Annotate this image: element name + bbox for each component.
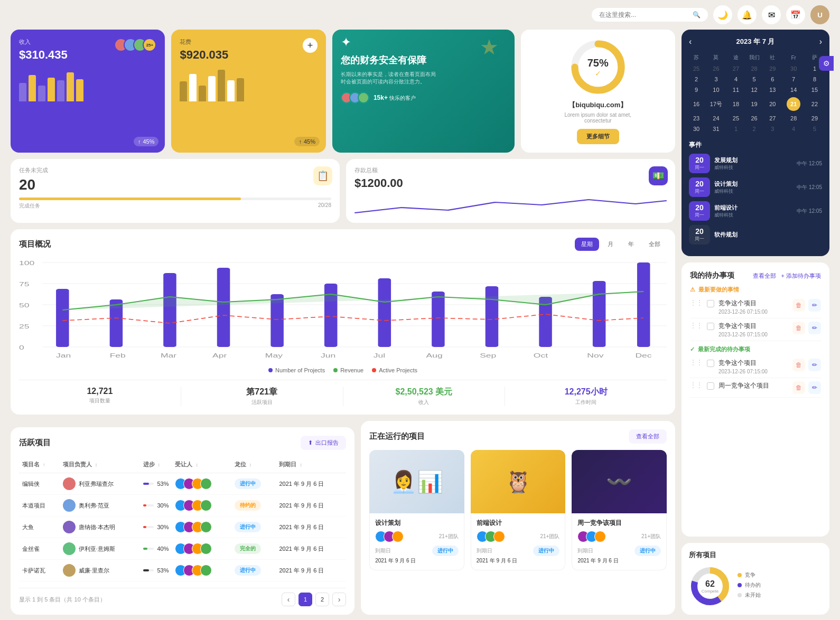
- todo-checkbox-3[interactable]: [707, 360, 714, 367]
- edit-todo-3-button[interactable]: ✏: [808, 359, 821, 371]
- calendar-day[interactable]: 1: [729, 124, 743, 134]
- view-all-running-button[interactable]: 查看全部: [629, 429, 667, 444]
- stat-active-label: 活跃项目: [181, 399, 343, 406]
- todo-checkbox-1[interactable]: [707, 300, 714, 307]
- calendar-day[interactable]: 24: [704, 113, 729, 124]
- calendar-day[interactable]: 4: [729, 74, 743, 84]
- add-expense-button[interactable]: +: [303, 38, 318, 53]
- page-1-button[interactable]: 1: [298, 593, 312, 606]
- tab-all[interactable]: 全部: [642, 238, 667, 251]
- calendar-day[interactable]: 23: [689, 113, 704, 124]
- progress-percent: 40%: [157, 546, 169, 552]
- calendar-day[interactable]: 13: [765, 84, 780, 95]
- tab-month[interactable]: 月: [601, 238, 620, 251]
- circle-percent: 75%: [587, 57, 609, 69]
- calendar-day[interactable]: 12: [743, 84, 765, 95]
- drag-handle-2[interactable]: ⋮⋮: [690, 322, 703, 329]
- delete-todo-2-button[interactable]: 🗑: [792, 322, 805, 334]
- calendar-day[interactable]: 14: [780, 84, 807, 95]
- user-avatar[interactable]: U: [810, 5, 829, 24]
- table-header: 项目名 ↑ 项目负责人 ↕ 进步 ↕ 受让人 ↕ 龙位 ↕ 到期日 ↕: [19, 456, 346, 473]
- calendar-day[interactable]: 9: [689, 84, 704, 95]
- calendar-day[interactable]: 2: [689, 74, 704, 84]
- todo-checkbox-2[interactable]: [707, 323, 714, 330]
- calendar-day[interactable]: 4: [780, 124, 807, 134]
- cal-prev-button[interactable]: ‹: [689, 37, 692, 46]
- drag-handle-4[interactable]: ⋮⋮: [690, 381, 703, 389]
- col-manager[interactable]: 项目负责人 ↕: [60, 456, 140, 473]
- calendar-day[interactable]: 29: [807, 113, 822, 124]
- calendar-day[interactable]: 3: [704, 74, 729, 84]
- view-all-todo-button[interactable]: 查看全部: [753, 272, 776, 280]
- running-card-row-1: 21+团队: [375, 531, 459, 542]
- col-name[interactable]: 项目名 ↑: [19, 456, 60, 473]
- cell-assignees: [172, 473, 231, 495]
- add-todo-button[interactable]: + 添加待办事项: [781, 272, 821, 280]
- tab-year[interactable]: 年: [622, 238, 640, 251]
- dark-mode-button[interactable]: 🌙: [713, 5, 732, 24]
- calendar-day[interactable]: 27: [765, 113, 780, 124]
- export-report-button[interactable]: ⬆ 出口报告: [301, 436, 346, 450]
- calendar-day[interactable]: 11: [729, 84, 743, 95]
- calendar-day[interactable]: 28: [780, 113, 807, 124]
- calendar-day[interactable]: 22: [807, 95, 822, 113]
- prev-page-button[interactable]: ‹: [282, 593, 295, 606]
- manager-avatar: [63, 542, 76, 555]
- calendar-day[interactable]: 2: [743, 124, 765, 134]
- calendar-day[interactable]: 31: [704, 124, 729, 134]
- calendar-day[interactable]: 5: [807, 124, 822, 134]
- calendar-day[interactable]: 15: [807, 84, 822, 95]
- calendar-day[interactable]: 30: [689, 124, 704, 134]
- calendar-day[interactable]: 16: [689, 95, 704, 113]
- calendar-day[interactable]: 17号: [704, 95, 729, 113]
- calendar-day[interactable]: 26: [743, 113, 765, 124]
- calendar-day[interactable]: 5: [743, 74, 765, 84]
- calendar-day[interactable]: 3: [765, 124, 780, 134]
- calendar-day[interactable]: 25: [689, 63, 704, 74]
- page-2-button[interactable]: 2: [315, 593, 329, 606]
- next-page-button[interactable]: ›: [332, 593, 346, 606]
- delete-todo-4-button[interactable]: 🗑: [792, 381, 805, 394]
- calendar-day[interactable]: 8: [807, 74, 822, 84]
- calendar-day[interactable]: 19: [743, 95, 765, 113]
- calendar-day[interactable]: 29: [765, 63, 780, 74]
- todo-item-actions-1: 🗑 ✏: [792, 299, 821, 312]
- delete-todo-1-button[interactable]: 🗑: [792, 299, 805, 312]
- calendar-day[interactable]: 25: [729, 113, 743, 124]
- cell-status: 进行中: [231, 560, 276, 581]
- delete-todo-3-button[interactable]: 🗑: [792, 359, 805, 371]
- calendar-day[interactable]: 28: [743, 63, 765, 74]
- mail-button[interactable]: ✉: [762, 5, 781, 24]
- calendar-day[interactable]: 6: [765, 74, 780, 84]
- search-box[interactable]: 🔍: [592, 8, 708, 22]
- manager-avatar: [63, 499, 76, 512]
- calendar-day[interactable]: 26: [704, 63, 729, 74]
- edit-todo-2-button[interactable]: ✏: [808, 322, 821, 334]
- search-input[interactable]: [599, 11, 688, 18]
- calendar-settings-button[interactable]: ⚙: [819, 56, 834, 71]
- drag-handle-1[interactable]: ⋮⋮: [690, 299, 703, 306]
- cell-status: 完全的: [231, 538, 276, 560]
- calendar-day[interactable]: 10: [704, 84, 729, 95]
- more-details-button[interactable]: 更多细节: [577, 129, 619, 144]
- calendar-day[interactable]: 20: [765, 95, 780, 113]
- drag-handle-3[interactable]: ⋮⋮: [690, 359, 703, 366]
- promo-star-icon: ★: [480, 35, 499, 59]
- calendar-day[interactable]: 18: [729, 95, 743, 113]
- calendar-day[interactable]: 30: [780, 63, 807, 74]
- revenue-bar-chart: [19, 72, 156, 101]
- notification-button[interactable]: 🔔: [738, 5, 757, 24]
- calendar-button[interactable]: 📅: [786, 5, 805, 24]
- col-assignee[interactable]: 受让人 ↕: [172, 456, 231, 473]
- cal-next-button[interactable]: ›: [819, 37, 822, 46]
- calendar-day[interactable]: 27: [729, 63, 743, 74]
- col-status[interactable]: 龙位 ↕: [231, 456, 276, 473]
- col-date[interactable]: 到期日 ↕: [276, 456, 346, 473]
- col-progress[interactable]: 进步 ↕: [140, 456, 172, 473]
- tab-week[interactable]: 星期: [575, 238, 599, 251]
- calendar-day[interactable]: 21: [780, 95, 807, 113]
- edit-todo-1-button[interactable]: ✏: [808, 299, 821, 312]
- calendar-day[interactable]: 7: [780, 74, 807, 84]
- todo-checkbox-4[interactable]: [707, 382, 714, 390]
- edit-todo-4-button[interactable]: ✏: [808, 381, 821, 394]
